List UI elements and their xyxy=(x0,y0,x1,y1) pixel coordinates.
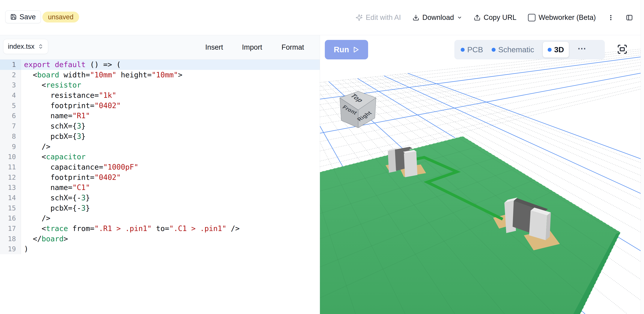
pcb-board[interactable] xyxy=(320,136,620,314)
line-number: 6 xyxy=(0,111,21,121)
code-line[interactable]: 7 schX={3} xyxy=(0,121,320,131)
fullscreen-button[interactable] xyxy=(617,44,628,55)
line-number: 15 xyxy=(0,203,21,213)
webworker-checkbox[interactable] xyxy=(528,14,536,21)
download-label: Download xyxy=(422,13,454,21)
code-line[interactable]: 19) xyxy=(0,244,320,254)
code-line[interactable]: 4 resistance="1k" xyxy=(0,90,320,101)
play-icon xyxy=(353,46,359,53)
code-line[interactable]: 14 schX={-3} xyxy=(0,193,320,203)
code-line[interactable]: 8 pcbX={3} xyxy=(0,131,320,142)
code-text: schX={3} xyxy=(21,121,320,131)
code-text: <board width="10mm" height="10mm"> xyxy=(21,70,320,80)
preview-panel: Top Front Right Run PCBSchematic3D ⋯ xyxy=(320,35,641,314)
copy-url-label: Copy URL xyxy=(484,13,516,21)
code-line[interactable]: 6 name="R1" xyxy=(0,111,320,121)
chevrons-up-down-icon xyxy=(38,44,44,49)
code-text: /> xyxy=(21,142,320,152)
run-label: Run xyxy=(334,45,349,54)
save-button[interactable]: Save xyxy=(5,10,41,23)
line-number: 8 xyxy=(0,131,21,142)
3d-viewport[interactable]: Top Front Right xyxy=(320,35,641,314)
code-line[interactable]: 16 /> xyxy=(0,213,320,224)
tab-dot-icon xyxy=(461,48,465,52)
panel-toggle-button[interactable] xyxy=(626,14,633,21)
unsaved-status-badge: unsaved xyxy=(42,11,79,22)
line-number: 14 xyxy=(0,193,21,203)
code-text: /> xyxy=(21,213,320,224)
code-line[interactable]: 3 <resistor xyxy=(0,80,320,90)
file-name: index.tsx xyxy=(8,42,34,50)
code-text: capacitance="1000pF" xyxy=(21,162,320,172)
code-text: <resistor xyxy=(21,80,320,90)
run-button[interactable]: Run xyxy=(325,40,368,59)
tab-dot-icon xyxy=(492,48,496,52)
top-toolbar: Save unsaved Edit with AI Download xyxy=(0,0,644,35)
line-number: 5 xyxy=(0,101,21,111)
tab-3d[interactable]: 3D xyxy=(543,42,569,57)
line-number: 19 xyxy=(0,244,21,254)
tab-schematic[interactable]: Schematic xyxy=(492,45,534,54)
code-text: <trace from=".R1 > .pin1" to=".C1 > .pin… xyxy=(21,224,320,234)
code-line[interactable]: 18 </board> xyxy=(0,234,320,244)
tab-dot-icon xyxy=(548,48,552,52)
save-icon xyxy=(10,14,17,20)
tabs-more-button[interactable]: ⋯ xyxy=(578,43,587,56)
tab-label: Schematic xyxy=(498,45,534,54)
view-tabs: PCBSchematic3D ⋯ xyxy=(454,40,605,59)
code-line[interactable]: 13 name="C1" xyxy=(0,182,320,193)
line-number: 13 xyxy=(0,182,21,193)
code-line[interactable]: 11 capacitance="1000pF" xyxy=(0,162,320,172)
line-number: 17 xyxy=(0,224,21,234)
copy-url-button[interactable]: Copy URL xyxy=(474,13,516,21)
line-number: 10 xyxy=(0,152,21,162)
code-editor[interactable]: 1export default () => (2 <board width="1… xyxy=(0,59,320,314)
code-text: footprint="0402" xyxy=(21,101,320,111)
file-selector[interactable]: index.tsx xyxy=(3,39,48,54)
line-number: 18 xyxy=(0,234,21,244)
webworker-toggle[interactable]: Webworker (Beta) xyxy=(528,13,596,21)
code-line[interactable]: 15 pcbX={-3} xyxy=(0,203,320,213)
line-number: 2 xyxy=(0,70,21,80)
file-bar: index.tsx Insert Import Format xyxy=(0,35,320,59)
line-number: 3 xyxy=(0,80,21,90)
code-line[interactable]: 17 <trace from=".R1 > .pin1" to=".C1 > .… xyxy=(0,224,320,234)
format-button[interactable]: Format xyxy=(280,35,305,59)
code-text: name="C1" xyxy=(21,182,320,193)
tab-label: PCB xyxy=(467,45,483,54)
insert-button[interactable]: Insert xyxy=(204,35,224,59)
edit-with-ai-button[interactable]: Edit with AI xyxy=(356,13,401,21)
line-number: 12 xyxy=(0,172,21,183)
import-button[interactable]: Import xyxy=(241,35,263,59)
page-scrollbar[interactable] xyxy=(641,0,644,314)
more-options-kebab-button[interactable] xyxy=(608,14,614,21)
line-number: 11 xyxy=(0,162,21,172)
chevron-down-icon xyxy=(457,15,462,20)
editor-lines: 1export default () => (2 <board width="1… xyxy=(0,59,320,254)
line-number: 7 xyxy=(0,121,21,131)
line-number: 1 xyxy=(0,59,21,70)
code-line[interactable]: 5 footprint="0402" xyxy=(0,101,320,111)
code-text: export default () => ( xyxy=(21,59,320,70)
code-text: ) xyxy=(21,244,320,254)
sparkles-icon xyxy=(356,14,363,21)
download-button[interactable]: Download xyxy=(412,13,462,21)
line-number: 9 xyxy=(0,142,21,152)
code-line[interactable]: 2 <board width="10mm" height="10mm"> xyxy=(0,70,320,80)
code-text: name="R1" xyxy=(21,111,320,121)
code-text: resistance="1k" xyxy=(21,90,320,101)
tab-label: 3D xyxy=(554,45,564,54)
share-upload-icon xyxy=(474,14,480,21)
code-line[interactable]: 12 footprint="0402" xyxy=(0,172,320,183)
orientation-cube[interactable]: Top Front Right xyxy=(340,91,376,128)
code-line[interactable]: 10 <capacitor xyxy=(0,152,320,162)
kebab-icon xyxy=(608,14,614,21)
line-number: 16 xyxy=(0,213,21,224)
code-text: schX={-3} xyxy=(21,193,320,203)
line-number: 4 xyxy=(0,90,21,101)
edit-with-ai-label: Edit with AI xyxy=(366,13,401,21)
code-line[interactable]: 9 /> xyxy=(0,142,320,152)
tab-pcb[interactable]: PCB xyxy=(461,45,483,54)
toolbar-right-group: Edit with AI Download Copy URL xyxy=(356,0,633,35)
code-line[interactable]: 1export default () => ( xyxy=(0,59,320,70)
